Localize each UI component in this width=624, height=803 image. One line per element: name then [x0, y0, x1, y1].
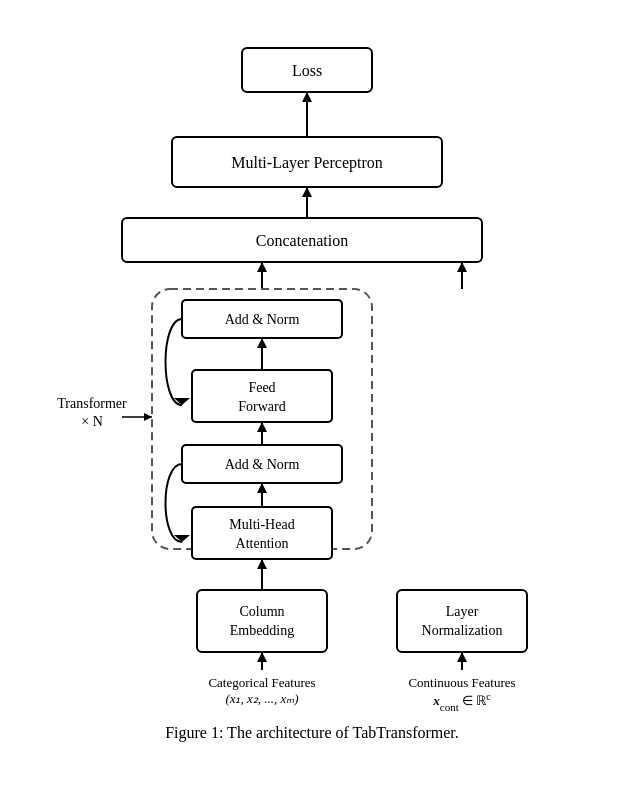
- svg-marker-30: [257, 652, 267, 662]
- cat-feat-label: Categorical Features: [208, 675, 315, 690]
- cat-feat-math: (x₁, x₂, ..., xₘ): [225, 691, 298, 706]
- add-norm-top: Add & Norm: [225, 312, 300, 327]
- transformer-n-label: × N: [81, 414, 103, 429]
- transformer-label: Transformer: [57, 396, 127, 411]
- add-norm-bottom: Add & Norm: [225, 457, 300, 472]
- feed-forward-label: Feed: [248, 380, 275, 395]
- svg-marker-27: [257, 559, 267, 569]
- svg-rect-31: [397, 590, 527, 652]
- col-embed-label: Column: [239, 604, 284, 619]
- layer-norm-label2: Normalization: [422, 623, 503, 638]
- svg-marker-8: [257, 262, 267, 272]
- svg-rect-25: [192, 507, 332, 559]
- layer-norm-label: Layer: [446, 604, 479, 619]
- cont-feat-label: Continuous Features: [408, 675, 515, 690]
- concat-label: Concatenation: [256, 232, 348, 249]
- cont-feat-math: xcont ∈ ℝc: [432, 691, 491, 714]
- col-embed-label2: Embedding: [230, 623, 295, 638]
- svg-rect-28: [197, 590, 327, 652]
- feed-forward-label2: Forward: [238, 399, 285, 414]
- svg-marker-13: [144, 413, 152, 421]
- svg-marker-10: [457, 262, 467, 272]
- svg-rect-18: [192, 370, 332, 422]
- attention-label: Attention: [236, 536, 289, 551]
- svg-marker-2: [302, 92, 312, 102]
- svg-marker-33: [457, 652, 467, 662]
- figure-caption: Figure 1: The architecture of TabTransfo…: [62, 720, 562, 746]
- mlp-label: Multi-Layer Perceptron: [231, 154, 383, 172]
- loss-label: Loss: [292, 62, 322, 79]
- architecture-diagram: Loss Multi-Layer Perceptron Concatenatio…: [32, 30, 592, 710]
- svg-marker-5: [302, 187, 312, 197]
- multi-head-label: Multi-Head: [229, 517, 294, 532]
